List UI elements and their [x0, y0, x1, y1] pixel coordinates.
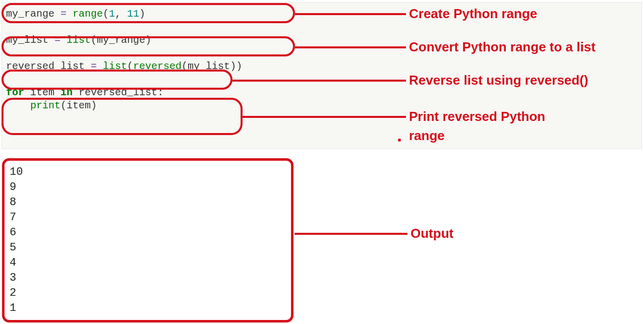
- output-line: 6: [10, 225, 286, 240]
- annotation-reverse: Reverse list using reversed(): [409, 73, 589, 88]
- paren: (: [182, 60, 188, 72]
- code-line-3: reversed_list = list(reversed(my_list)): [6, 60, 637, 73]
- arg: item: [67, 100, 91, 111]
- var: my_list: [6, 34, 48, 46]
- paren: ): [91, 100, 97, 111]
- arg: my_range: [97, 34, 145, 46]
- output-box: 10 9 8 7 6 5 4 3 2 1: [2, 158, 294, 322]
- paren: )): [230, 60, 242, 72]
- output-line: 4: [10, 255, 286, 271]
- eq: =: [85, 60, 103, 72]
- output-line: 5: [10, 240, 286, 255]
- var: reversed_list: [6, 60, 85, 72]
- comma: ,: [115, 8, 127, 20]
- annotation-convert-list: Convert Python range to a list: [409, 39, 596, 54]
- fn-list: list: [103, 60, 127, 72]
- output-line: 1: [10, 301, 286, 316]
- fn-list: list: [67, 34, 91, 46]
- eq: =: [48, 34, 67, 46]
- var: my_range: [6, 8, 54, 20]
- paren: (: [61, 100, 67, 111]
- annotation-print-l1: Print reversed Python: [409, 109, 545, 124]
- fn-reversed: reversed: [133, 60, 182, 72]
- output-line: 7: [10, 210, 286, 225]
- output-line: 10: [10, 165, 286, 180]
- kw-for: for: [6, 87, 24, 98]
- output-line: 9: [10, 180, 286, 195]
- output-line: 8: [10, 195, 286, 210]
- stray-dot-icon: [398, 139, 401, 142]
- code-line-4: for item in reversed_list:: [6, 86, 637, 99]
- output-line: 2: [10, 286, 286, 301]
- kw-in: in: [61, 87, 73, 98]
- eq: =: [54, 8, 73, 20]
- fn-print: print: [30, 100, 61, 111]
- connector-output: [295, 233, 407, 235]
- paren: (: [127, 60, 133, 72]
- iter: reversed_list: [79, 87, 157, 98]
- paren: ): [145, 34, 151, 46]
- blank-line: [6, 21, 637, 34]
- num: 11: [127, 8, 139, 20]
- annotation-output: Output: [411, 226, 453, 241]
- code-line-1: my_range = range(1, 11): [6, 8, 637, 21]
- arg: my_list: [188, 60, 230, 72]
- paren: (: [103, 8, 109, 20]
- num: 1: [109, 8, 115, 20]
- fn-range: range: [73, 8, 103, 20]
- item: item: [30, 87, 54, 98]
- paren: ): [139, 8, 145, 20]
- annotation-print-l2: range: [409, 128, 445, 143]
- annotation-create-range: Create Python range: [409, 6, 537, 21]
- output-line: 3: [10, 271, 286, 286]
- colon: :: [157, 87, 163, 98]
- paren: (: [91, 34, 97, 46]
